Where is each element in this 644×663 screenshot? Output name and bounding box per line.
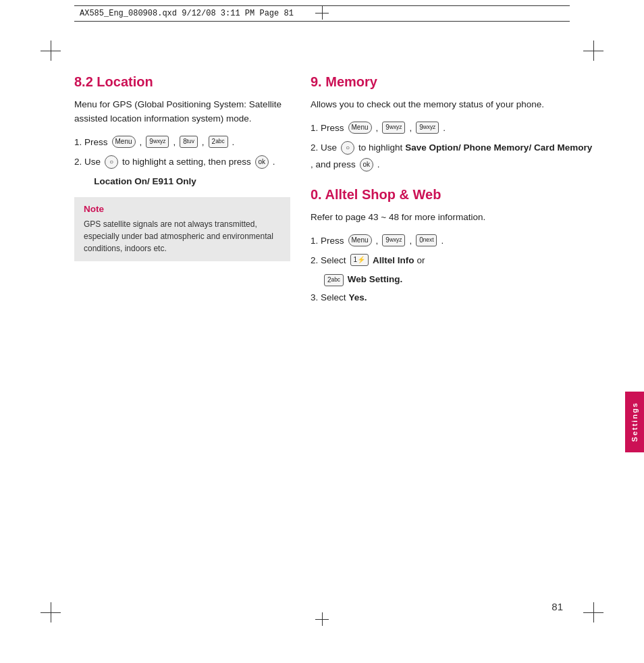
asep1: , [376,234,379,248]
alltel-heading: 0. Alltel Shop & Web [311,187,610,203]
step2-text: to highlight a setting, then press [122,155,251,169]
header-crosshair [315,6,329,20]
asep2: , [409,234,412,248]
location-options: Location On/ E911 Only [94,176,196,186]
alltel-step2-num: 2. Select [311,254,346,268]
memory-step2: 2. Use ○ to highlight Save Option/ Phone… [311,141,610,172]
key-9wxyz-m1: 9wxyz [382,122,405,134]
settings-tab-label: Settings [630,402,639,442]
key-9wxyz-a: 9wxyz [382,234,405,246]
memory-heading: 9. Memory [311,74,610,90]
sep1: , [140,136,142,150]
sep3: , [202,136,205,150]
msep1: , [376,122,379,136]
memory-section: 9. Memory Allows you to check out the me… [311,74,610,172]
location-step1: 1. Press Menu , 9wxyz , 8tuv , 2abc . [74,136,290,150]
main-content: 8.2 Location Menu for GPS (Global Positi… [74,74,610,589]
key-menu-m: Menu [348,122,372,134]
memory-body: Allows you to check out the memory statu… [311,98,610,112]
step2-number: 2. Use [74,155,101,169]
key-nav-1: ○ [105,155,118,169]
alltel-step3-num: 3. Select [311,291,346,305]
key-menu: Menu [112,136,136,148]
left-column: 8.2 Location Menu for GPS (Global Positi… [74,74,290,589]
key-nav-m: ○ [341,141,354,155]
alltel-web: Web Setting. [348,274,403,284]
alltel-or: or [417,254,425,268]
alltel-step3: 3. Select Yes. [311,291,610,305]
crosshair-bottom [315,612,329,626]
mem-step1-num: 1. Press [311,122,344,136]
alltel-step2b: 2abc Web Setting. [323,273,610,287]
alltel-yes: Yes. [349,291,367,305]
reg-mark-tr [583,41,603,61]
location-heading: 8.2 Location [74,74,290,90]
key-2abc-1: 2abc [209,136,228,148]
key-9wxyz-m2: 9wxyz [416,122,439,134]
aperiod: . [441,234,444,248]
sep2: , [173,136,176,150]
alltel-body: Refer to page 43 ~ 48 for more informati… [311,211,610,225]
key-0next: 0next [416,234,437,246]
location-indent: Location On/ E911 Only [86,175,290,189]
note-box: Note GPS satellite signals are not alway… [74,197,290,261]
note-title: Note [84,204,281,214]
reg-mark-tl [41,41,61,61]
header-bar: AX585_Eng_080908.qxd 9/12/08 3:11 PM Pag… [74,5,570,22]
alltel-section: 0. Alltel Shop & Web Refer to page 43 ~ … [311,187,610,306]
key-9wxyz-1: 9wxyz [146,136,169,148]
alltel-step2: 2. Select 1⚡ Alltel Info or [311,254,610,268]
mem-step2-text1: to highlight [358,141,402,155]
reg-mark-bl [41,602,61,622]
key-ok-1: ok [255,155,269,169]
step1-number: 1. Press [74,136,108,150]
mperiod: . [443,122,446,136]
mem-step2-text2: , and press [311,158,356,172]
key-1-alltel: 1⚡ [350,254,369,266]
period2: . [273,155,275,169]
memory-step1: 1. Press Menu , 9wxyz , 9wxyz . [311,122,610,136]
key-8tuv: 8tuv [180,136,198,148]
page-number: 81 [552,601,563,612]
mem-highlight: Save Option/ Phone Memory/ Card Memory [405,141,592,155]
header-text: AX585_Eng_080908.qxd 9/12/08 3:11 PM Pag… [80,9,294,18]
location-body: Menu for GPS (Global Positioning System:… [74,98,290,126]
period1: . [232,136,235,150]
alltel-info: Alltel Info [373,254,414,268]
settings-tab: Settings [625,392,644,452]
alltel-step1: 1. Press Menu , 9wxyz , 0next . [311,234,610,248]
right-column: 9. Memory Allows you to check out the me… [311,74,610,589]
msep2: , [409,122,412,136]
mperiod2: . [377,158,380,172]
key-menu-a: Menu [348,234,372,246]
alltel-step1-num: 1. Press [311,234,344,248]
mem-step2-num: 2. Use [311,141,337,155]
key-ok-m: ok [360,158,373,171]
key-2abc-alltel: 2abc [324,274,344,286]
location-step2: 2. Use ○ to highlight a setting, then pr… [74,155,290,169]
note-text: GPS satellite signals are not always tra… [84,218,281,255]
reg-mark-br [583,602,603,622]
